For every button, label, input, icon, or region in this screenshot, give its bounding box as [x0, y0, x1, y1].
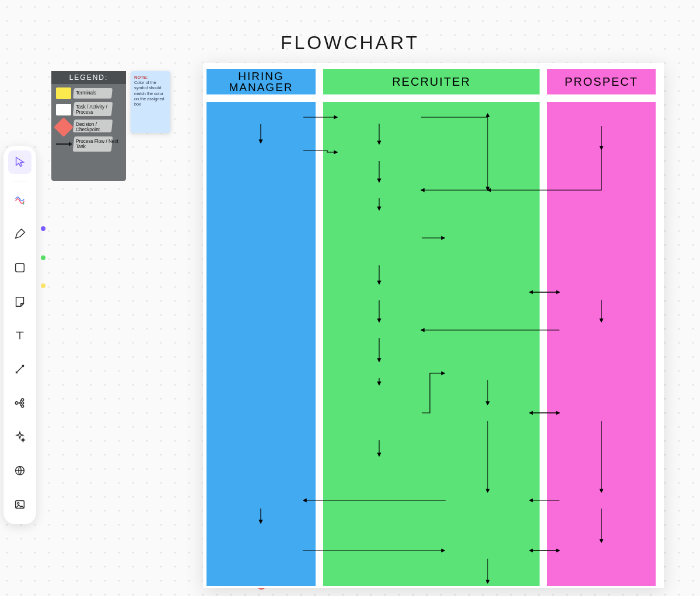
svg-point-5	[22, 405, 24, 407]
legend-swatch-terminal	[56, 87, 71, 99]
svg-point-3	[22, 398, 24, 401]
svg-point-4	[22, 402, 24, 404]
canvas[interactable]: + LEGEND:	[0, 0, 700, 596]
lane-header-recruiter[interactable]: RECRUITER	[323, 69, 540, 94]
legend-label-decision: Decision / Checkpoint	[76, 122, 121, 133]
svg-point-2	[15, 402, 18, 404]
note-title: NOTE:	[134, 75, 148, 80]
diagram-title: FLOWCHART	[0, 32, 700, 54]
text-tool[interactable]	[8, 324, 32, 347]
globe-tool[interactable]	[8, 459, 32, 482]
legend-label-flow: Process Flow / Next Task	[76, 139, 121, 150]
color-dot-yellow[interactable]	[41, 283, 46, 288]
note-sticky[interactable]: NOTE: Color of the symbol should match t…	[131, 71, 170, 133]
sparkle-tool[interactable]	[8, 425, 32, 448]
legend-panel[interactable]: LEGEND: Terminals Task / Activity / Proc…	[51, 71, 126, 181]
legend-swatch-decision	[54, 117, 74, 137]
legend-swatch-flow	[56, 143, 71, 145]
connector-tool[interactable]	[8, 357, 32, 381]
legend-title: LEGEND:	[51, 71, 126, 84]
lane-body-hiring-manager[interactable]	[206, 102, 316, 586]
sticky-note-tool[interactable]	[8, 290, 32, 313]
pen-tool[interactable]	[8, 222, 32, 246]
lane-body-prospect[interactable]	[547, 102, 656, 586]
legend-label-task: Task / Activity / Process	[76, 104, 121, 115]
note-body: Color of the symbol should match the col…	[134, 80, 164, 106]
image-tool[interactable]	[8, 493, 32, 516]
lane-header-prospect[interactable]: PROSPECT	[547, 69, 656, 94]
left-toolbar: +	[4, 146, 36, 524]
color-dot-green[interactable]	[41, 255, 46, 260]
select-tool[interactable]	[8, 150, 32, 174]
legend-swatch-task	[56, 104, 71, 115]
svg-text:+: +	[22, 201, 25, 206]
svg-rect-1	[16, 264, 24, 272]
lane-body-recruiter[interactable]	[323, 102, 540, 586]
ai-tool[interactable]: +	[8, 188, 32, 212]
lane-header-hiring-manager[interactable]: HIRING MANAGER	[206, 69, 316, 94]
svg-point-8	[18, 503, 19, 504]
legend-label-terminal: Terminals	[76, 90, 121, 96]
color-dot-purple[interactable]	[41, 226, 46, 231]
mindmap-tool[interactable]	[8, 391, 32, 415]
shape-tool[interactable]	[8, 256, 32, 279]
